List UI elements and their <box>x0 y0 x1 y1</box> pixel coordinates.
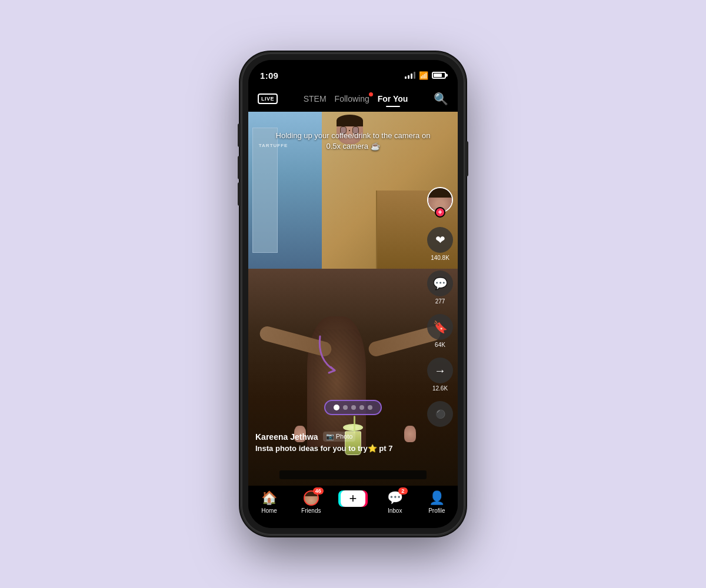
home-icon: 🏠 <box>261 490 277 506</box>
nav-inbox-label: Inbox <box>388 507 402 514</box>
video-info: Kareena Jethwa 📷 Photo Insta photo ideas… <box>255 432 422 453</box>
tab-following[interactable]: Following <box>335 94 369 103</box>
photo-badge: 📷 Photo <box>323 432 356 442</box>
dot-3 <box>351 405 356 410</box>
video-content[interactable]: TARTUFFE <box>248 112 458 486</box>
table <box>279 470 426 479</box>
share-icon: → <box>427 358 453 383</box>
music-disc[interactable]: ⚫ <box>427 401 453 427</box>
save-count: 64K <box>435 342 445 348</box>
like-button[interactable]: ❤ 140.8K <box>427 227 453 261</box>
bottom-navigation: 🏠 Home 46 Friends + <box>248 486 458 528</box>
comment-button[interactable]: 💬 277 <box>427 270 453 305</box>
share-button[interactable]: → 12.6K <box>427 358 453 392</box>
share-count: 12.6K <box>432 385 448 392</box>
friends-badge: 46 <box>313 487 324 495</box>
tab-stem[interactable]: STEM <box>304 94 327 103</box>
username[interactable]: Kareena Jethwa <box>255 432 318 442</box>
dot-5 <box>368 405 372 410</box>
video-caption: Holding up your coffee/drink to the came… <box>248 131 458 152</box>
username-row: Kareena Jethwa 📷 Photo <box>255 432 422 442</box>
dot-1 <box>334 405 339 410</box>
inbox-icon: 💬 2 <box>387 490 403 506</box>
dot-4 <box>359 405 364 410</box>
nav-friends[interactable]: 46 Friends <box>295 490 327 514</box>
top-navigation: LIVE STEM Following For You 🔍 <box>248 86 458 112</box>
nav-create[interactable]: + <box>337 490 369 507</box>
friends-icon: 46 <box>304 490 319 506</box>
nav-tabs: STEM Following For You <box>304 94 408 103</box>
tab-for-you[interactable]: For You <box>378 94 408 103</box>
video-bottom-half <box>248 269 458 486</box>
creator-avatar-wrapper[interactable]: + <box>427 187 453 213</box>
inbox-badge: 2 <box>398 487 408 495</box>
nav-profile[interactable]: 👤 Profile <box>421 490 453 514</box>
phone-screen: 1:09 📶 LIVE STEM Following <box>248 60 458 528</box>
nav-home[interactable]: 🏠 Home <box>253 490 285 514</box>
nav-profile-label: Profile <box>428 507 445 514</box>
photo-dots-indicator[interactable] <box>324 400 382 415</box>
video-description: Insta photo ideas for you to try⭐ pt 7 <box>255 444 422 453</box>
nav-inbox[interactable]: 💬 2 Inbox <box>379 490 411 514</box>
following-notification-dot <box>369 92 373 96</box>
follow-plus-icon[interactable]: + <box>435 207 445 218</box>
bookmark-icon: 🔖 <box>427 314 453 340</box>
nav-home-label: Home <box>261 507 277 514</box>
like-count: 140.8K <box>431 255 449 261</box>
phone-device: 1:09 📶 LIVE STEM Following <box>241 53 465 535</box>
profile-icon: 👤 <box>429 490 445 506</box>
search-icon[interactable]: 🔍 <box>434 92 448 106</box>
battery-icon <box>432 72 446 79</box>
wifi-icon: 📶 <box>419 71 428 80</box>
create-button[interactable]: + <box>341 490 365 507</box>
create-plus-icon: + <box>341 490 365 507</box>
nav-friends-label: Friends <box>301 507 321 514</box>
status-time: 1:09 <box>260 71 278 81</box>
heart-icon: ❤ <box>427 227 453 253</box>
status-bar: 1:09 📶 <box>248 60 458 86</box>
save-button[interactable]: 🔖 64K <box>427 314 453 348</box>
right-actions: + ❤ 140.8K 💬 277 🔖 64K <box>427 187 453 427</box>
status-icons: 📶 <box>405 71 446 80</box>
dot-2 <box>343 405 348 410</box>
music-icon: ⚫ <box>427 401 453 427</box>
comment-icon: 💬 <box>427 270 453 296</box>
signal-icon <box>405 72 415 79</box>
comment-count: 277 <box>435 298 445 305</box>
live-badge[interactable]: LIVE <box>258 93 278 104</box>
